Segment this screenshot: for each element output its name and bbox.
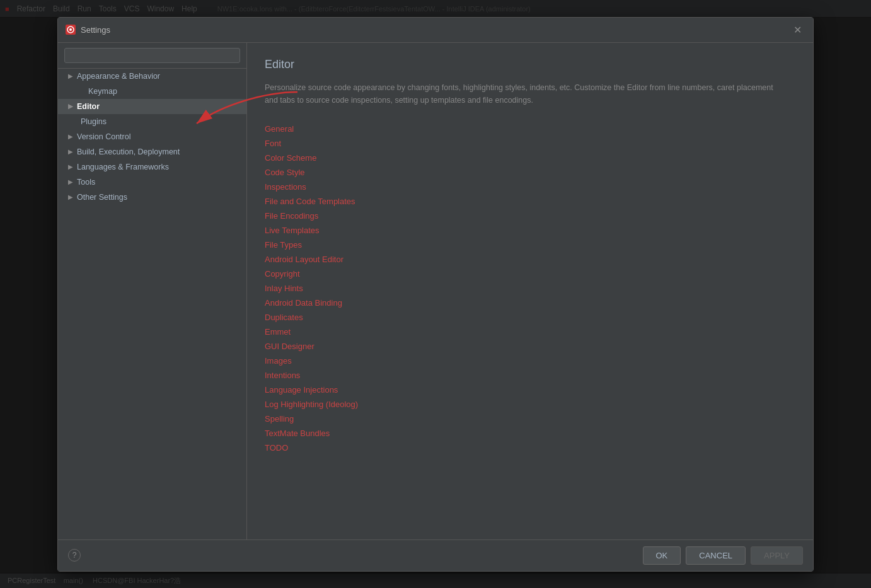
expand-arrow-icon: ▶: [68, 72, 73, 79]
sidebar-item-keymap[interactable]: Keymap: [58, 84, 246, 99]
ok-button[interactable]: OK: [643, 546, 681, 565]
sidebar-item-version-control[interactable]: ▶Version Control: [58, 129, 246, 144]
content-title: Editor: [265, 58, 795, 71]
editor-link-code-style[interactable]: Code Style: [265, 165, 795, 180]
editor-link-language-injections[interactable]: Language Injections: [265, 383, 795, 397]
editor-link-live-templates[interactable]: Live Templates: [265, 223, 795, 238]
expand-arrow-icon: ▶: [68, 163, 73, 170]
editor-link-images[interactable]: Images: [265, 354, 795, 368]
sidebar-item-languages[interactable]: ▶Languages & Frameworks: [58, 159, 246, 175]
editor-link-android-layout-editor[interactable]: Android Layout Editor: [265, 252, 795, 267]
editor-link-file-encodings[interactable]: File Encodings: [265, 209, 795, 223]
content-area: Editor Personalize source code appearanc…: [247, 43, 813, 539]
expand-arrow-icon: ▶: [68, 133, 73, 140]
sidebar-item-label: Tools: [77, 178, 95, 187]
sidebar-item-build-execution[interactable]: ▶Build, Execution, Deployment: [58, 144, 246, 159]
editor-link-inlay-hints[interactable]: Inlay Hints: [265, 281, 795, 296]
editor-link-intentions[interactable]: Intentions: [265, 368, 795, 383]
editor-link-android-data-binding[interactable]: Android Data Binding: [265, 296, 795, 310]
editor-link-textmate-bundles[interactable]: TextMate Bundles: [265, 426, 795, 441]
sidebar-item-label: Keymap: [88, 87, 117, 96]
editor-link-general[interactable]: General: [265, 122, 795, 136]
settings-icon: [66, 25, 76, 35]
sidebar-item-tools[interactable]: ▶Tools: [58, 175, 246, 190]
dialog-footer: ? OK CANCEL APPLY: [58, 539, 813, 571]
content-description: Personalize source code appearance by ch…: [265, 81, 782, 107]
editor-link-log-highlighting[interactable]: Log Highlighting (Ideolog): [265, 397, 795, 412]
editor-link-todo[interactable]: TODO: [265, 441, 795, 455]
editor-link-copyright[interactable]: Copyright: [265, 267, 795, 281]
expand-arrow-icon: ▶: [68, 178, 73, 185]
editor-link-color-scheme[interactable]: Color Scheme: [265, 151, 795, 165]
apply-button[interactable]: APPLY: [751, 546, 803, 565]
editor-link-font[interactable]: Font: [265, 136, 795, 151]
expand-arrow-icon: ▶: [68, 103, 73, 110]
search-input[interactable]: [64, 48, 240, 63]
editor-link-inspections[interactable]: Inspections: [265, 180, 795, 194]
editor-link-emmet[interactable]: Emmet: [265, 325, 795, 339]
sidebar-item-appearance[interactable]: ▶Appearance & Behavior: [58, 69, 246, 84]
sidebar: ▶Appearance & BehaviorKeymap▶EditorPlugi…: [58, 43, 247, 539]
svg-point-1: [69, 28, 72, 31]
sidebar-item-label: Appearance & Behavior: [77, 72, 160, 81]
sidebar-item-label: Languages & Frameworks: [77, 163, 169, 171]
sidebar-item-other-settings[interactable]: ▶Other Settings: [58, 190, 246, 205]
editor-link-file-types[interactable]: File Types: [265, 238, 795, 252]
editor-link-duplicates[interactable]: Duplicates: [265, 310, 795, 325]
sidebar-item-label: Build, Execution, Deployment: [77, 147, 180, 156]
help-button[interactable]: ?: [68, 549, 81, 562]
expand-arrow-icon: ▶: [68, 148, 73, 155]
sidebar-item-editor[interactable]: ▶Editor: [58, 99, 246, 114]
dialog-body: ▶Appearance & BehaviorKeymap▶EditorPlugi…: [58, 43, 813, 539]
modal-overlay: Settings ✕ ▶Appearance & BehaviorKeymap▶…: [0, 0, 871, 588]
search-box: [58, 43, 246, 69]
settings-dialog: Settings ✕ ▶Appearance & BehaviorKeymap▶…: [57, 17, 814, 572]
editor-link-file-code-templates[interactable]: File and Code Templates: [265, 194, 795, 209]
sidebar-item-label: Version Control: [77, 132, 130, 141]
editor-link-gui-designer[interactable]: GUI Designer: [265, 339, 795, 354]
editor-link-spelling[interactable]: Spelling: [265, 412, 795, 426]
close-button[interactable]: ✕: [790, 23, 805, 37]
sidebar-item-plugins[interactable]: Plugins: [58, 114, 246, 129]
dialog-titlebar: Settings ✕: [58, 18, 813, 43]
dialog-title: Settings: [81, 25, 790, 35]
expand-arrow-icon: ▶: [68, 193, 73, 200]
sidebar-item-label: Other Settings: [77, 193, 127, 202]
sidebar-item-label: Plugins: [81, 117, 107, 126]
cancel-button[interactable]: CANCEL: [686, 546, 746, 565]
editor-links-container: GeneralFontColor SchemeCode StyleInspect…: [265, 122, 795, 455]
sidebar-item-label: Editor: [77, 102, 100, 111]
nav-items-container: ▶Appearance & BehaviorKeymap▶EditorPlugi…: [58, 69, 246, 205]
